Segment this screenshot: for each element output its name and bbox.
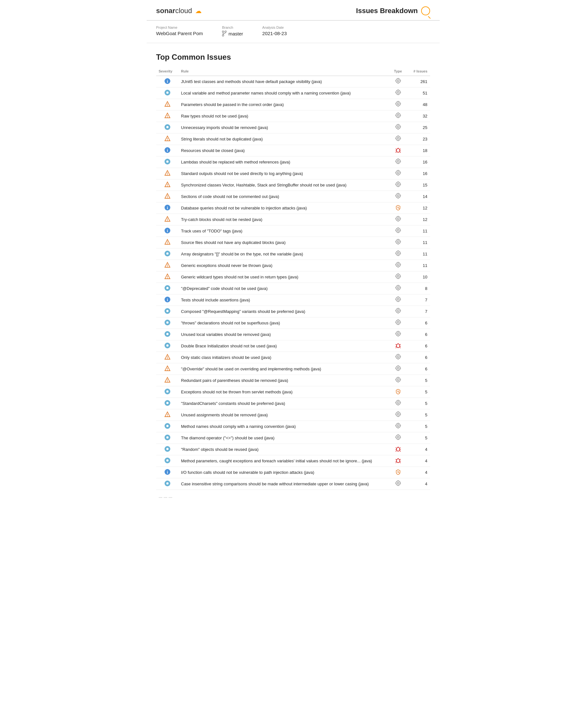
- svg-point-155: [396, 297, 400, 302]
- severity-badge-minor: [164, 342, 171, 349]
- svg-point-13: [396, 90, 400, 95]
- severity-badge-major: !: [164, 216, 171, 222]
- severity-cell: [156, 421, 179, 432]
- type-cell: [389, 363, 408, 375]
- svg-text:!: !: [167, 183, 168, 187]
- type-cell: [389, 110, 408, 122]
- svg-point-79: [396, 182, 400, 186]
- svg-point-64: [397, 160, 399, 162]
- svg-point-62: [166, 161, 168, 163]
- project-name-value: WebGoat Parent Pom: [156, 31, 203, 36]
- rule-cell: Unused assignments should be removed (ja…: [179, 409, 389, 421]
- severity-cell: i: [156, 145, 179, 156]
- type-icon-smell: [395, 423, 401, 430]
- issues-count: 5: [408, 386, 430, 398]
- type-icon-smell: [395, 79, 401, 85]
- issues-count: 15: [408, 179, 430, 191]
- severity-badge-minor: [164, 285, 171, 291]
- issues-count: 32: [408, 110, 430, 122]
- severity-cell: [156, 329, 179, 340]
- type-icon-smell: [395, 297, 401, 303]
- type-icon-smell: [395, 216, 401, 223]
- table-row: The diamond operator ("<>") should be us…: [156, 432, 430, 444]
- meta-row: Project Name WebGoat Parent Pom Branch m…: [147, 21, 440, 43]
- issues-count: 6: [408, 317, 430, 329]
- rule-cell: "StandardCharsets" constants should be p…: [179, 398, 389, 409]
- issues-count: 7: [408, 294, 430, 306]
- svg-line-269: [395, 459, 396, 460]
- svg-point-163: [396, 308, 400, 313]
- issues-count: 25: [408, 122, 430, 133]
- svg-point-267: [396, 459, 400, 463]
- severity-badge-major: !: [164, 135, 171, 142]
- rule-cell: Redundant pairs of parentheses should be…: [179, 375, 389, 386]
- severity-cell: !: [156, 237, 179, 249]
- type-cell: [389, 76, 408, 87]
- issues-count: 261: [408, 76, 430, 87]
- svg-point-132: [397, 264, 399, 266]
- svg-point-172: [397, 321, 399, 323]
- issues-count: 7: [408, 306, 430, 317]
- table-row: Local variable and method parameter name…: [156, 87, 430, 99]
- severity-badge-minor: [164, 480, 171, 487]
- svg-point-87: [396, 193, 400, 198]
- svg-line-264: [400, 451, 401, 451]
- svg-point-29: [396, 113, 400, 118]
- severity-cell: !: [156, 133, 179, 145]
- rule-cell: Generic wildcard types should not be use…: [179, 271, 389, 283]
- svg-point-266: [166, 460, 168, 462]
- branch-icon: [222, 31, 226, 36]
- severity-cell: [156, 340, 179, 352]
- rule-cell: Composed "@RequestMapping" variants shou…: [179, 306, 389, 317]
- svg-point-5: [396, 79, 400, 83]
- svg-point-14: [397, 91, 399, 93]
- rule-cell: Array designators "[]" should be on the …: [179, 249, 389, 260]
- rule-cell: Source files should not have any duplica…: [179, 237, 389, 249]
- svg-point-156: [397, 298, 399, 300]
- type-cell: [389, 191, 408, 203]
- svg-point-148: [397, 287, 399, 289]
- svg-text:i: i: [167, 297, 168, 302]
- svg-line-271: [395, 461, 396, 461]
- issues-count: 14: [408, 191, 430, 203]
- type-cell: [389, 294, 408, 306]
- rule-cell: Try-catch blocks should not be nested (j…: [179, 214, 389, 226]
- type-cell: [389, 306, 408, 317]
- severity-badge-minor: [164, 89, 171, 96]
- severity-cell: [156, 156, 179, 168]
- svg-point-205: [396, 366, 400, 370]
- type-cell: [389, 386, 408, 398]
- type-cell: [389, 179, 408, 191]
- severity-badge-info: i: [164, 78, 171, 84]
- issues-count: 48: [408, 99, 430, 110]
- type-cell: [389, 249, 408, 260]
- type-icon-smell: [395, 366, 401, 372]
- severity-cell: !: [156, 214, 179, 226]
- severity-badge-major: !: [164, 262, 171, 268]
- svg-text:!: !: [167, 172, 168, 176]
- svg-point-226: [397, 402, 399, 404]
- type-icon-vulnerability: [395, 206, 401, 211]
- severity-cell: !: [156, 271, 179, 283]
- issues-count: 11: [408, 226, 430, 237]
- type-cell: [389, 409, 408, 421]
- severity-badge-minor: [164, 331, 171, 337]
- type-icon-bug: [395, 447, 401, 453]
- table-row: ! Synchronized classes Vector, Hashtable…: [156, 179, 430, 191]
- branch-value-row: master: [222, 31, 243, 36]
- type-icon-smell: [395, 228, 401, 234]
- issues-count: 5: [408, 375, 430, 386]
- table-row: ! Source files should not have any dupli…: [156, 237, 430, 249]
- svg-point-179: [396, 332, 400, 336]
- svg-point-250: [397, 436, 399, 438]
- svg-point-233: [396, 412, 400, 416]
- issues-count: 5: [408, 409, 430, 421]
- type-cell: [389, 375, 408, 386]
- col-rule: Rule: [179, 68, 389, 76]
- severity-badge-major: !: [164, 273, 171, 280]
- rule-cell: JUnit5 test classes and methods should h…: [179, 76, 389, 87]
- rule-cell: Sections of code should not be commented…: [179, 191, 389, 203]
- severity-badge-info: i: [164, 227, 171, 234]
- severity-cell: [156, 398, 179, 409]
- table-row: Method names should comply with a naming…: [156, 421, 430, 432]
